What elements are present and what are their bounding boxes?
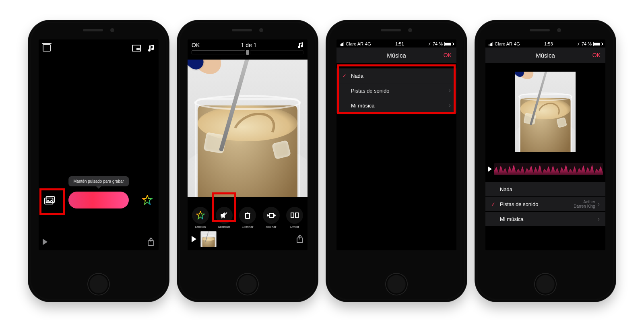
status-bar: Claro AR 4G 1:51 ⚡︎ 74 % xyxy=(336,39,456,47)
row-label: Nada xyxy=(500,186,512,192)
check-icon: ✓ xyxy=(342,73,349,79)
music-note-icon[interactable] xyxy=(298,42,303,48)
play-icon[interactable] xyxy=(488,166,492,172)
tool-trim[interactable]: Acortar xyxy=(261,207,282,229)
svg-rect-12 xyxy=(295,213,298,218)
nav-title: Música xyxy=(536,52,555,59)
row-my-music[interactable]: Mi música › xyxy=(485,212,605,227)
share-icon[interactable] xyxy=(147,237,155,246)
star-icon xyxy=(142,195,153,205)
audio-waveform[interactable] xyxy=(494,163,603,175)
row-none[interactable]: Nada xyxy=(485,182,605,197)
play-icon[interactable] xyxy=(192,236,196,242)
network-label: 4G xyxy=(365,41,371,46)
trash-icon[interactable] xyxy=(43,44,51,52)
clip-counter: 1 de 1 xyxy=(241,42,257,48)
svg-marker-5 xyxy=(196,211,204,219)
trash-icon xyxy=(244,211,252,219)
screen-2: OK 1 de 1 xyxy=(188,39,308,250)
status-bar: Claro AR 4G 1:53 ⚡︎ 74 % xyxy=(485,39,605,47)
waveform-row xyxy=(485,161,605,177)
battery-label: 74 % xyxy=(582,41,592,46)
star-icon xyxy=(196,211,205,220)
clip-thumbnail[interactable] xyxy=(200,231,217,247)
aspect-icon[interactable] xyxy=(132,45,141,52)
row-label: Pistas de sonido xyxy=(351,88,389,94)
svg-marker-3 xyxy=(142,195,152,204)
video-preview[interactable] xyxy=(188,60,308,197)
carrier-label: Claro AR xyxy=(495,41,512,46)
trim-icon xyxy=(266,211,276,219)
row-label: Pistas de sonido xyxy=(500,201,538,207)
mute-icon xyxy=(220,211,229,220)
share-icon[interactable] xyxy=(296,235,303,244)
clock-label: 1:51 xyxy=(395,41,404,46)
row-label: Nada xyxy=(351,73,363,79)
library-button[interactable] xyxy=(43,193,57,207)
row-label: Mi música xyxy=(351,103,375,109)
tool-mute[interactable]: Silenciar xyxy=(214,207,235,229)
svg-rect-11 xyxy=(291,213,294,218)
tool-split[interactable]: Dividir xyxy=(284,207,305,229)
row-my-music[interactable]: Mi música › xyxy=(336,98,456,113)
timeline-scrubber[interactable] xyxy=(188,50,308,55)
network-label: 4G xyxy=(514,41,520,46)
record-tooltip: Mantén pulsado para grabar xyxy=(68,176,129,186)
check-icon: ✓ xyxy=(491,201,497,207)
play-icon[interactable] xyxy=(43,239,47,245)
library-icon xyxy=(44,196,56,205)
nav-bar: Música OK xyxy=(485,47,605,63)
home-button[interactable] xyxy=(534,273,557,295)
phone-1: Mantén pulsado para grabar xyxy=(28,20,169,302)
chevron-right-icon: › xyxy=(449,87,451,94)
tool-effects[interactable]: Efectos xyxy=(190,207,211,229)
tool-delete[interactable]: Eliminar xyxy=(237,207,258,229)
chevron-right-icon: › xyxy=(598,200,600,208)
screen-1: Mantén pulsado para grabar xyxy=(39,39,159,250)
effects-star-button[interactable] xyxy=(140,193,155,207)
row-none[interactable]: ✓ Nada xyxy=(336,68,456,83)
video-thumbnail[interactable] xyxy=(515,71,576,153)
svg-rect-10 xyxy=(269,213,273,217)
ok-button[interactable]: OK xyxy=(444,52,452,58)
row-label: Mi música xyxy=(500,216,524,222)
screen-4: Claro AR 4G 1:53 ⚡︎ 74 % Música OK xyxy=(485,39,605,250)
phone-3: Claro AR 4G 1:51 ⚡︎ 74 % Música OK ✓ Nad… xyxy=(326,20,467,302)
battery-label: 74 % xyxy=(433,41,443,46)
home-button[interactable] xyxy=(87,273,110,295)
music-note-icon[interactable] xyxy=(148,44,155,52)
four-phone-tutorial: Mantén pulsado para grabar xyxy=(0,0,644,322)
nav-bar: Música OK xyxy=(336,47,456,63)
row-soundtracks[interactable]: ✓ Pistas de sonido Aether Darren King › xyxy=(485,197,605,212)
chevron-right-icon: › xyxy=(449,102,451,109)
home-button[interactable] xyxy=(236,273,259,295)
music-options-list: Nada ✓ Pistas de sonido Aether Darren Ki… xyxy=(485,182,605,227)
row-soundtracks[interactable]: Pistas de sonido › xyxy=(336,83,456,98)
record-button[interactable] xyxy=(68,192,129,208)
svg-rect-7 xyxy=(246,214,250,219)
phone-2: OK 1 de 1 xyxy=(177,20,318,302)
home-button[interactable] xyxy=(385,273,408,295)
split-icon xyxy=(290,211,299,219)
clock-label: 1:53 xyxy=(544,41,553,46)
screen-3: Claro AR 4G 1:51 ⚡︎ 74 % Música OK ✓ Nad… xyxy=(336,39,456,250)
carrier-label: Claro AR xyxy=(346,41,363,46)
ok-button[interactable]: OK xyxy=(192,42,200,48)
ok-button[interactable]: OK xyxy=(592,52,601,58)
music-options-list: ✓ Nada Pistas de sonido › Mi música › xyxy=(336,68,456,113)
phone-4: Claro AR 4G 1:53 ⚡︎ 74 % Música OK xyxy=(475,20,616,302)
music-preview xyxy=(485,63,605,161)
nav-title: Música xyxy=(387,52,406,59)
row-subtitle: Aether Darren King xyxy=(574,200,595,208)
chevron-right-icon: › xyxy=(598,215,600,223)
edit-toolbar: Efectos Silenciar Eliminar Acortar Divid… xyxy=(188,207,308,229)
